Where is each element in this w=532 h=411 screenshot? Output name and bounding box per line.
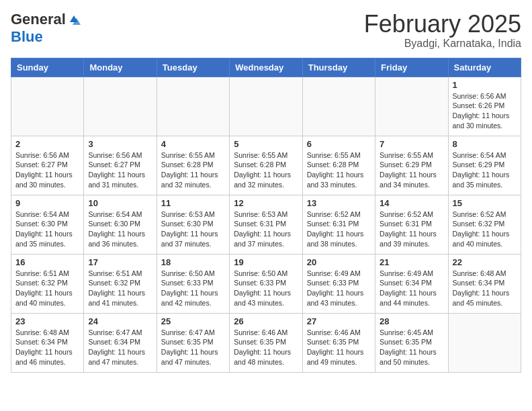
calendar-cell: 5Sunrise: 6:55 AM Sunset: 6:28 PM Daylig… [230,136,302,195]
weekday-header: Tuesday [157,58,229,77]
calendar-cell: 12Sunrise: 6:53 AM Sunset: 6:31 PM Dayli… [230,195,302,254]
day-info: Sunrise: 6:56 AM Sunset: 6:26 PM Dayligh… [453,91,517,131]
day-info: Sunrise: 6:51 AM Sunset: 6:32 PM Dayligh… [88,269,152,308]
calendar-cell [157,77,229,136]
day-info: Sunrise: 6:53 AM Sunset: 6:30 PM Dayligh… [161,210,225,249]
day-info: Sunrise: 6:52 AM Sunset: 6:31 PM Dayligh… [307,210,371,249]
calendar-week-row: 2Sunrise: 6:56 AM Sunset: 6:27 PM Daylig… [11,136,521,195]
logo-general-text: General [11,11,66,28]
day-number: 19 [234,257,298,267]
calendar-cell: 26Sunrise: 6:46 AM Sunset: 6:35 PM Dayli… [230,313,302,372]
weekday-header: Sunday [11,58,84,77]
day-number: 4 [161,139,225,149]
calendar-table: SundayMondayTuesdayWednesdayThursdayFrid… [11,58,521,373]
logo-icon [67,13,81,26]
day-info: Sunrise: 6:49 AM Sunset: 6:34 PM Dayligh… [380,269,443,308]
day-number: 6 [307,139,371,149]
day-info: Sunrise: 6:56 AM Sunset: 6:27 PM Dayligh… [15,150,79,190]
day-number: 26 [234,316,298,326]
day-info: Sunrise: 6:52 AM Sunset: 6:31 PM Dayligh… [380,210,443,249]
weekday-header: Saturday [448,58,521,77]
day-number: 24 [88,316,152,326]
calendar-cell: 28Sunrise: 6:45 AM Sunset: 6:35 PM Dayli… [375,313,448,372]
day-info: Sunrise: 6:45 AM Sunset: 6:35 PM Dayligh… [380,328,443,367]
calendar-week-row: 23Sunrise: 6:48 AM Sunset: 6:34 PM Dayli… [11,313,521,372]
day-number: 11 [161,198,225,208]
calendar-cell: 20Sunrise: 6:49 AM Sunset: 6:33 PM Dayli… [302,254,375,313]
day-number: 25 [161,316,225,326]
day-info: Sunrise: 6:50 AM Sunset: 6:33 PM Dayligh… [234,269,298,308]
day-number: 5 [234,139,298,149]
day-info: Sunrise: 6:54 AM Sunset: 6:29 PM Dayligh… [453,150,517,190]
calendar-cell [84,77,157,136]
day-number: 20 [307,257,371,267]
calendar-cell: 14Sunrise: 6:52 AM Sunset: 6:31 PM Dayli… [375,195,448,254]
calendar-cell: 23Sunrise: 6:48 AM Sunset: 6:34 PM Dayli… [11,313,84,372]
day-number: 16 [15,257,79,267]
day-info: Sunrise: 6:47 AM Sunset: 6:34 PM Dayligh… [88,328,152,367]
day-info: Sunrise: 6:56 AM Sunset: 6:27 PM Dayligh… [88,150,152,190]
day-number: 18 [161,257,225,267]
calendar-cell: 11Sunrise: 6:53 AM Sunset: 6:30 PM Dayli… [157,195,229,254]
calendar-cell: 18Sunrise: 6:50 AM Sunset: 6:33 PM Dayli… [157,254,229,313]
calendar-cell [302,77,375,136]
day-number: 10 [88,198,152,208]
day-number: 27 [307,316,371,326]
day-info: Sunrise: 6:53 AM Sunset: 6:31 PM Dayligh… [234,210,298,249]
logo-blue-text: Blue [11,28,43,45]
calendar-cell [448,313,521,372]
calendar-week-row: 9Sunrise: 6:54 AM Sunset: 6:30 PM Daylig… [11,195,521,254]
weekday-header-row: SundayMondayTuesdayWednesdayThursdayFrid… [11,58,521,77]
day-number: 28 [380,316,443,326]
location-subtitle: Byadgi, Karnataka, India [364,38,521,50]
weekday-header: Friday [375,58,448,77]
calendar-cell: 21Sunrise: 6:49 AM Sunset: 6:34 PM Dayli… [375,254,448,313]
day-info: Sunrise: 6:55 AM Sunset: 6:28 PM Dayligh… [234,150,298,190]
calendar-cell: 13Sunrise: 6:52 AM Sunset: 6:31 PM Dayli… [302,195,375,254]
day-number: 3 [88,139,152,149]
calendar-cell: 17Sunrise: 6:51 AM Sunset: 6:32 PM Dayli… [84,254,157,313]
day-info: Sunrise: 6:51 AM Sunset: 6:32 PM Dayligh… [15,269,79,308]
calendar-cell: 19Sunrise: 6:50 AM Sunset: 6:33 PM Dayli… [230,254,302,313]
day-info: Sunrise: 6:55 AM Sunset: 6:28 PM Dayligh… [307,150,371,190]
day-info: Sunrise: 6:48 AM Sunset: 6:34 PM Dayligh… [15,328,79,367]
calendar-cell: 25Sunrise: 6:47 AM Sunset: 6:35 PM Dayli… [157,313,229,372]
calendar-cell: 9Sunrise: 6:54 AM Sunset: 6:30 PM Daylig… [11,195,84,254]
page-header: General Blue February 2025 Byadgi, Karna… [11,11,521,50]
title-block: February 2025 Byadgi, Karnataka, India [364,11,521,50]
calendar-cell: 16Sunrise: 6:51 AM Sunset: 6:32 PM Dayli… [11,254,84,313]
calendar-cell [375,77,448,136]
day-number: 12 [234,198,298,208]
weekday-header: Monday [84,58,157,77]
day-number: 17 [88,257,152,267]
day-info: Sunrise: 6:46 AM Sunset: 6:35 PM Dayligh… [234,328,298,367]
calendar-cell: 6Sunrise: 6:55 AM Sunset: 6:28 PM Daylig… [302,136,375,195]
day-info: Sunrise: 6:54 AM Sunset: 6:30 PM Dayligh… [15,210,79,249]
day-info: Sunrise: 6:52 AM Sunset: 6:32 PM Dayligh… [453,210,517,249]
calendar-cell: 2Sunrise: 6:56 AM Sunset: 6:27 PM Daylig… [11,136,84,195]
day-number: 21 [380,257,443,267]
day-number: 15 [453,198,517,208]
day-number: 1 [453,80,517,90]
day-number: 13 [307,198,371,208]
day-info: Sunrise: 6:47 AM Sunset: 6:35 PM Dayligh… [161,328,225,367]
day-info: Sunrise: 6:46 AM Sunset: 6:35 PM Dayligh… [307,328,371,367]
day-number: 14 [380,198,443,208]
day-info: Sunrise: 6:49 AM Sunset: 6:33 PM Dayligh… [307,269,371,308]
calendar-cell: 24Sunrise: 6:47 AM Sunset: 6:34 PM Dayli… [84,313,157,372]
calendar-cell: 10Sunrise: 6:54 AM Sunset: 6:30 PM Dayli… [84,195,157,254]
day-number: 22 [453,257,517,267]
logo: General Blue [11,11,81,46]
calendar-week-row: 1Sunrise: 6:56 AM Sunset: 6:26 PM Daylig… [11,77,521,136]
calendar-cell [230,77,302,136]
day-number: 2 [15,139,79,149]
calendar-cell: 1Sunrise: 6:56 AM Sunset: 6:26 PM Daylig… [448,77,521,136]
day-number: 8 [453,139,517,149]
calendar-cell: 15Sunrise: 6:52 AM Sunset: 6:32 PM Dayli… [448,195,521,254]
weekday-header: Wednesday [230,58,302,77]
day-info: Sunrise: 6:55 AM Sunset: 6:28 PM Dayligh… [161,150,225,190]
calendar-cell: 8Sunrise: 6:54 AM Sunset: 6:29 PM Daylig… [448,136,521,195]
calendar-cell: 4Sunrise: 6:55 AM Sunset: 6:28 PM Daylig… [157,136,229,195]
day-number: 7 [380,139,443,149]
calendar-cell: 22Sunrise: 6:48 AM Sunset: 6:34 PM Dayli… [448,254,521,313]
